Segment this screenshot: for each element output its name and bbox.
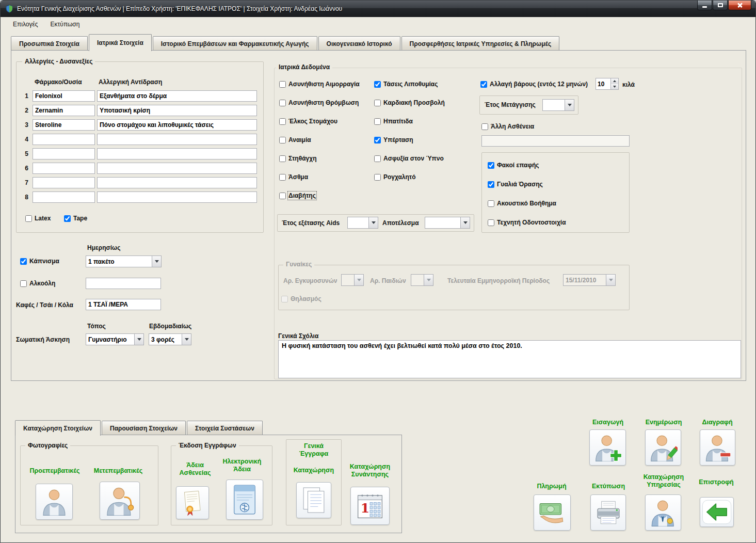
general-docs-entry-button[interactable] [296,482,331,518]
allergy-drug-input-6[interactable] [33,163,95,174]
hepatitis-input[interactable] [374,118,381,125]
sleep-apnea-checkbox[interactable]: Ασφυξία στον Ύπνο [374,155,444,162]
stepper-up-icon[interactable] [611,78,618,84]
unusual-bleeding-checkbox[interactable]: Ασυνήθιστη Αιμορραγία [279,81,360,88]
allergy-reaction-input-5[interactable] [97,148,257,159]
unusual-clotting-checkbox[interactable]: Ασυνήθιστη Θρόμβωση [279,99,359,106]
back-button[interactable] [700,497,734,527]
pre-op-photos-button[interactable] [36,484,73,520]
asthma-checkbox[interactable]: Άσθμα [279,173,308,181]
smoking-amount-select[interactable]: 1 πακέτο [86,255,162,267]
latex-checkbox-input[interactable] [25,215,32,222]
post-op-photos-button[interactable] [100,482,140,520]
aids-result-select[interactable] [425,217,470,229]
angina-checkbox[interactable]: Στηθάγχη [279,155,316,162]
sick-leave-button[interactable] [176,486,209,519]
title-bar[interactable]: Ενότητα Γενικής Διαχείρισης Ασθενών | Επ… [1,1,755,17]
allergy-reaction-input-3[interactable] [97,119,257,131]
other-disease-input[interactable] [481,135,630,147]
contact-lenses-checkbox[interactable]: Φακοί επαφής [488,162,539,169]
menu-print[interactable]: Εκτύπωση [45,19,85,29]
stomach-ulcer-checkbox[interactable]: Έλκος Στομάχου [279,118,337,125]
coffee-amount-input[interactable] [86,299,161,310]
transfusion-year-select[interactable] [542,99,574,111]
hepatitis-checkbox[interactable]: Ηπατίτιδα [374,118,413,125]
allergy-drug-input-5[interactable] [33,148,95,159]
chevron-down-icon[interactable] [565,100,574,110]
stomach-ulcer-input[interactable] [279,118,286,125]
chevron-down-icon[interactable] [152,256,161,267]
tab-surgery-history[interactable]: Ιστορικό Επεμβάσεων και Φαρμακευτικής Αγ… [153,36,317,51]
tab-medical-details[interactable]: Ιατρικά Στοιχεία [89,34,152,51]
tab-data-view[interactable]: Παρουσίαση Στοιχείων [102,421,186,435]
menu-options[interactable]: Επιλογές [8,19,43,29]
fainting-input[interactable] [374,81,381,88]
glasses-checkbox[interactable]: Γυαλιά Όρασης [488,181,543,188]
latex-checkbox[interactable]: Latex [25,215,51,222]
snoring-input[interactable] [374,174,381,181]
sleep-apnea-input[interactable] [374,155,381,162]
allergy-reaction-input-6[interactable] [97,163,257,174]
minimize-button[interactable] [697,1,712,10]
smoking-checkbox-input[interactable] [20,258,27,265]
allergy-drug-input-2[interactable] [33,105,95,116]
tab-recommendations[interactable]: Στοιχεία Συστάσεων [187,421,263,435]
other-disease-input-check[interactable] [481,123,488,130]
aids-year-select[interactable] [347,217,378,229]
exercise-frequency-select[interactable]: 3 φορές [149,333,191,345]
insert-button[interactable] [589,429,626,466]
allergy-reaction-input-4[interactable] [97,134,257,145]
chevron-down-icon[interactable] [182,334,191,345]
exercise-place-select[interactable]: Γυμναστήριο [86,333,144,345]
heart-attack-checkbox[interactable]: Καρδιακή Προσβολή [374,99,445,106]
print-button[interactable] [590,494,626,531]
close-button[interactable] [728,1,751,10]
contact-lenses-input[interactable] [488,162,494,169]
unusual-bleeding-input[interactable] [279,81,286,88]
alcohol-amount-input[interactable] [86,278,161,289]
hearing-aid-checkbox[interactable]: Ακουστικό Βοήθημα [488,200,556,207]
asthma-input[interactable] [279,174,286,181]
allergy-reaction-input-2[interactable] [97,105,257,116]
chevron-down-icon[interactable] [134,334,143,345]
weight-kilos-input[interactable] [596,78,611,90]
alcohol-checkbox-input[interactable] [20,280,27,287]
dentures-input[interactable] [488,219,494,226]
tab-services-payments[interactable]: Προσφερθήσες Ιατρικές Υπηρεσίες & Πληρωμ… [401,36,560,51]
allergy-drug-input-3[interactable] [33,119,95,131]
meeting-entry-button[interactable]: 1 [350,487,390,525]
hypertension-input[interactable] [374,137,381,143]
stepper-down-icon[interactable] [611,84,618,90]
general-comments-input[interactable]: Η φυσική κατάσταση του ασθενή έχει βελτι… [278,340,741,378]
tab-data-entry[interactable]: Καταχώρηση Στοιχείων [15,420,101,436]
allergy-drug-input-1[interactable] [33,90,95,102]
allergy-reaction-input-7[interactable] [97,177,257,188]
allergy-reaction-input-1[interactable] [97,90,257,102]
alcohol-checkbox[interactable]: Αλκοόλη [20,280,55,287]
glasses-input[interactable] [488,181,494,188]
other-disease-checkbox[interactable]: Άλλη Ασθένεια [481,123,534,130]
hearing-aid-input[interactable] [488,200,494,207]
allergy-drug-input-4[interactable] [33,134,95,145]
heart-attack-input[interactable] [374,100,381,106]
angina-input[interactable] [279,155,286,162]
allergy-drug-input-7[interactable] [33,177,95,188]
anemia-checkbox[interactable]: Αναιμία [279,136,311,143]
tape-checkbox[interactable]: Tape [64,215,87,222]
anemia-input[interactable] [279,137,286,143]
snoring-checkbox[interactable]: Ρογχαλητό [374,173,416,181]
allergy-reaction-input-8[interactable] [97,191,257,203]
chevron-down-icon[interactable] [368,217,378,228]
hypertension-checkbox[interactable]: Υπέρταση [374,136,413,143]
diabetes-checkbox[interactable]: Διαβήτης [279,192,316,199]
payment-button[interactable] [534,494,571,531]
unusual-clotting-input[interactable] [279,100,286,106]
weight-kilos-stepper[interactable] [596,78,619,90]
smoking-checkbox[interactable]: Κάπνισμα [20,258,59,265]
chevron-down-icon[interactable] [460,217,470,228]
service-entry-button[interactable] [645,494,681,531]
diabetes-input[interactable] [279,193,286,199]
weight-change-checkbox[interactable]: Αλλαγή βάρους (εντός 12 μηνών) [480,81,588,88]
fainting-checkbox[interactable]: Τάσεις Λιποθυμίας [374,81,438,88]
tab-personal-details[interactable]: Προσωπικά Στοιχεία [11,36,88,51]
